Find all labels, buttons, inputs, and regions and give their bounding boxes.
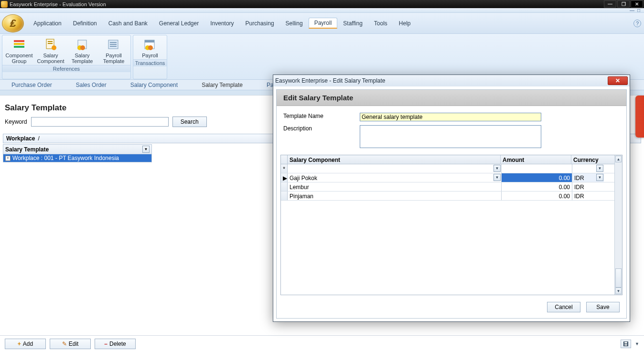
table-scrollbar[interactable]: ▲ ▼ <box>614 155 622 295</box>
add-button[interactable]: +Add <box>5 339 46 349</box>
ribbon-payroll-template[interactable]: PayrollTemplate <box>98 36 129 65</box>
cell-component[interactable]: Lembur <box>288 182 502 191</box>
col-amount[interactable]: Amount <box>501 155 571 164</box>
action-bar: +Add ✎Edit –Delete ▼ <box>0 335 644 352</box>
row-marker: ▶ <box>281 173 288 182</box>
help-icon[interactable]: ? <box>633 20 641 27</box>
doctab-salary-template[interactable]: Salary Template <box>197 81 247 90</box>
save-button[interactable]: Save <box>586 302 620 312</box>
dialog-title: Easywork Enterprise - Edit Salary Templa… <box>275 77 386 84</box>
scroll-up-icon[interactable]: ▲ <box>615 156 622 162</box>
delete-button[interactable]: –Delete <box>95 339 136 349</box>
svg-rect-15 <box>145 40 154 43</box>
side-pull-tab[interactable] <box>635 96 644 138</box>
cell-currency[interactable]: IDR <box>572 192 604 200</box>
minus-icon: – <box>104 341 107 347</box>
cell-currency[interactable]: ▼ <box>572 164 604 173</box>
app-titlebar: Easywork Enterprise - Evaluation Version… <box>0 0 644 8</box>
ribbon-salary-template[interactable]: SalaryTemplate <box>66 36 98 65</box>
doctab-purchase-order[interactable]: Purchase Order <box>7 81 57 90</box>
dialog-close-button[interactable]: ✕ <box>608 76 628 85</box>
svg-point-9 <box>80 45 85 50</box>
expand-icon[interactable]: + <box>5 156 11 161</box>
chevron-down-icon[interactable]: ▼ <box>494 174 501 181</box>
svg-point-6 <box>52 45 56 50</box>
mdi-minimize-icon[interactable]: — <box>630 8 634 13</box>
chevron-down-icon[interactable]: ▼ <box>596 165 603 172</box>
cancel-button[interactable]: Cancel <box>547 302 580 312</box>
tree-row-workplace[interactable]: + Workplace : 001 - PT Easywork Indonesi… <box>3 154 151 162</box>
menu-staffing[interactable]: Staffing <box>337 18 368 29</box>
doctab-salary-component[interactable]: Salary Component <box>126 81 182 90</box>
breadcrumb-sep: / <box>38 135 39 142</box>
window-close-button[interactable]: ✕ <box>631 0 643 8</box>
ribbon-salary-component[interactable]: SalaryComponent <box>35 36 66 65</box>
cell-amount[interactable]: 0.00 <box>502 192 572 200</box>
app-title: Easywork Enterprise - Evaluation Version <box>10 1 106 7</box>
menu-selling[interactable]: Selling <box>280 18 309 29</box>
window-maximize-button[interactable]: ❐ <box>617 0 630 8</box>
pencil-icon: ✎ <box>62 341 67 347</box>
chevron-down-icon[interactable]: ▼ <box>596 174 603 181</box>
svg-rect-19 <box>624 342 627 343</box>
table-row[interactable]: Pinjaman0.00IDR <box>281 192 614 201</box>
col-currency[interactable]: Currency <box>571 155 603 164</box>
keyword-label: Keyword <box>5 118 27 125</box>
svg-rect-12 <box>110 44 117 45</box>
search-button[interactable]: Search <box>172 117 207 127</box>
ribbon-icon <box>74 37 90 52</box>
chevron-down-icon[interactable]: ▼ <box>635 341 639 346</box>
cell-amount[interactable]: 0.00 <box>502 182 572 191</box>
ribbon-component-group[interactable]: ComponentGroup <box>3 36 35 65</box>
keyword-input[interactable] <box>31 117 169 127</box>
salary-component-table: Salary Component Amount Currency *▼▼▶Gaj… <box>280 155 623 295</box>
menu-inventory[interactable]: Inventory <box>204 18 239 29</box>
svg-rect-4 <box>48 41 53 42</box>
menu-purchasing[interactable]: Purchasing <box>240 18 280 29</box>
edit-button[interactable]: ✎Edit <box>50 339 91 349</box>
description-input[interactable] <box>360 125 541 148</box>
menu-tools[interactable]: Tools <box>368 18 393 29</box>
disk-icon[interactable] <box>621 340 631 348</box>
menu-cash-and-bank[interactable]: Cash and Bank <box>103 18 153 29</box>
cell-amount[interactable]: 0.00 <box>502 173 572 182</box>
tree-grid-header: Salary Template <box>5 146 49 153</box>
menu-definition[interactable]: Definition <box>67 18 103 29</box>
cell-currency[interactable]: IDR▼ <box>572 173 604 182</box>
chevron-down-icon[interactable]: ▼ <box>142 146 150 153</box>
menu-general-ledger[interactable]: General Ledger <box>153 18 204 29</box>
template-name-input[interactable] <box>360 113 541 121</box>
cell-amount[interactable] <box>502 164 572 173</box>
cell-component[interactable]: ▼ <box>288 164 502 173</box>
app-chrome-strip: — □ <box>0 8 644 13</box>
scroll-down-icon[interactable]: ▼ <box>615 288 622 294</box>
cell-currency[interactable]: IDR <box>572 182 604 191</box>
menu-application[interactable]: Application <box>28 18 67 29</box>
doctab-sales-order[interactable]: Sales Order <box>71 81 111 90</box>
scroll-thumb[interactable] <box>615 268 622 288</box>
menu-help[interactable]: Help <box>393 18 417 29</box>
main-menu: ₤ ApplicationDefinitionCash and BankGene… <box>0 13 644 34</box>
table-row[interactable]: *▼▼ <box>281 164 614 173</box>
mdi-restore-icon[interactable]: □ <box>637 8 640 13</box>
chevron-down-icon[interactable]: ▼ <box>494 165 501 172</box>
svg-rect-2 <box>14 46 24 48</box>
ribbon-icon <box>106 37 122 52</box>
table-row[interactable]: Lembur0.00IDR <box>281 182 614 192</box>
ribbon-group-references: ComponentGroupSalaryComponentSalaryTempl… <box>2 35 131 79</box>
svg-rect-20 <box>624 344 627 346</box>
tree-grid: Salary Template ▼ + Workplace : 001 - PT… <box>3 144 152 162</box>
cell-component[interactable]: Gaji Pokok▼ <box>288 173 502 182</box>
ribbon-group-label: Transactions <box>133 59 167 66</box>
svg-rect-11 <box>110 42 117 43</box>
menu-payroll[interactable]: Payroll <box>309 18 338 29</box>
window-minimize-button[interactable]: — <box>604 0 616 8</box>
cell-component[interactable]: Pinjaman <box>288 192 502 200</box>
ribbon-payroll[interactable]: Payroll <box>134 36 166 59</box>
svg-rect-1 <box>14 43 24 45</box>
table-row[interactable]: ▶Gaji Pokok▼0.00IDR▼ <box>281 173 614 182</box>
ribbon-icon <box>11 37 27 52</box>
description-label: Description <box>283 125 355 132</box>
app-logo[interactable]: ₤ <box>2 14 24 32</box>
col-salary-component[interactable]: Salary Component <box>288 155 501 164</box>
